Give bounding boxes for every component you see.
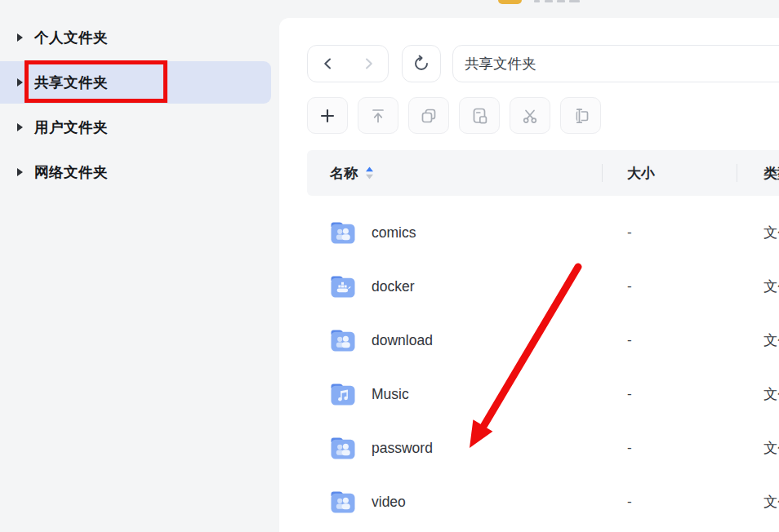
sidebar-item-personal-folder[interactable]: 个人文件夹	[0, 16, 271, 59]
tab-title-remnant	[569, 0, 580, 2]
file-size: -	[602, 278, 737, 295]
folder-yellow-icon	[498, 0, 522, 4]
expand-caret-icon[interactable]	[17, 123, 23, 131]
sidebar-item-label: 共享文件夹	[34, 73, 108, 92]
sidebar-item-user-folder[interactable]: 用户文件夹	[0, 106, 271, 149]
sidebar: 个人文件夹 共享文件夹 用户文件夹 网络文件夹	[0, 0, 279, 532]
expand-caret-icon[interactable]	[17, 78, 23, 86]
file-type: 文件夹	[737, 223, 779, 242]
file-name: Music	[372, 386, 409, 403]
chevron-left-icon	[320, 55, 336, 72]
new-button[interactable]	[307, 97, 348, 134]
file-list: comics - 文件夹 docker - 文件夹 download - 文件夹	[307, 206, 779, 529]
nav-button-group	[307, 45, 389, 82]
table-row[interactable]: video - 文件夹	[307, 475, 779, 529]
file-name: download	[372, 332, 433, 349]
back-button[interactable]	[308, 46, 348, 82]
table-row[interactable]: Music - 文件夹	[307, 367, 779, 421]
sort-icon	[365, 166, 374, 180]
shared-folder-icon	[330, 436, 356, 460]
file-size: -	[602, 494, 737, 510]
refresh-icon	[412, 54, 431, 73]
sidebar-item-shared-folder[interactable]: 共享文件夹	[0, 61, 271, 104]
sidebar-item-label: 网络文件夹	[34, 162, 108, 182]
address-bar-input[interactable]	[452, 45, 779, 82]
column-header-size[interactable]: 大小	[602, 164, 737, 183]
refresh-button[interactable]	[402, 45, 441, 82]
file-type: 文件夹	[737, 384, 779, 404]
table-row[interactable]: password - 文件夹	[307, 421, 779, 475]
file-size: -	[602, 440, 737, 456]
table-row[interactable]: comics - 文件夹	[307, 206, 779, 259]
shared-folder-icon	[330, 490, 356, 514]
copy-button[interactable]	[408, 97, 449, 134]
cut-button[interactable]	[510, 97, 550, 134]
upload-icon	[367, 104, 390, 127]
column-divider	[602, 164, 603, 182]
tab-title-remnant	[545, 0, 553, 2]
column-label: 名称	[330, 164, 358, 183]
paste-icon	[468, 104, 491, 127]
file-name: password	[372, 440, 433, 457]
file-size: -	[602, 224, 737, 241]
expand-caret-icon[interactable]	[17, 168, 23, 176]
file-size: -	[602, 386, 737, 402]
column-divider	[737, 164, 737, 182]
column-header-type[interactable]: 类型	[737, 164, 779, 183]
table-row[interactable]: docker - 文件夹	[307, 259, 779, 313]
file-type: 文件夹	[737, 277, 779, 296]
table-header: 名称 大小 类型	[307, 150, 779, 196]
music-folder-icon	[330, 382, 356, 406]
tab-title-remnant	[557, 0, 565, 2]
copy-icon	[417, 104, 440, 127]
rename-button[interactable]	[560, 97, 601, 134]
sidebar-item-network-folder[interactable]: 网络文件夹	[0, 151, 271, 193]
forward-button[interactable]	[348, 46, 388, 82]
file-type: 文件夹	[737, 438, 779, 458]
file-browser-panel: 名称 大小 类型 comics - 文件夹 docker - 文件夹	[279, 18, 779, 532]
plus-icon	[316, 104, 339, 127]
expand-caret-icon[interactable]	[17, 33, 23, 42]
tab-title-remnant	[534, 0, 540, 2]
shared-folder-icon	[330, 220, 356, 245]
file-type: 文件夹	[737, 492, 779, 512]
table-row[interactable]: download - 文件夹	[307, 313, 779, 367]
shared-folder-icon	[330, 328, 356, 352]
chevron-right-icon	[360, 55, 376, 72]
file-name: video	[372, 494, 406, 511]
file-type: 文件夹	[737, 330, 779, 350]
file-size: -	[602, 332, 737, 348]
upload-button[interactable]	[358, 97, 398, 134]
column-header-name[interactable]: 名称	[307, 164, 602, 183]
scissors-icon	[519, 104, 541, 127]
rename-icon	[569, 104, 592, 127]
file-name: docker	[372, 278, 415, 295]
sidebar-item-label: 个人文件夹	[34, 28, 108, 47]
toolbar	[307, 97, 601, 134]
docker-folder-icon	[330, 274, 356, 299]
sidebar-item-label: 用户文件夹	[34, 117, 108, 137]
paste-button[interactable]	[459, 97, 500, 134]
file-name: comics	[372, 224, 416, 242]
